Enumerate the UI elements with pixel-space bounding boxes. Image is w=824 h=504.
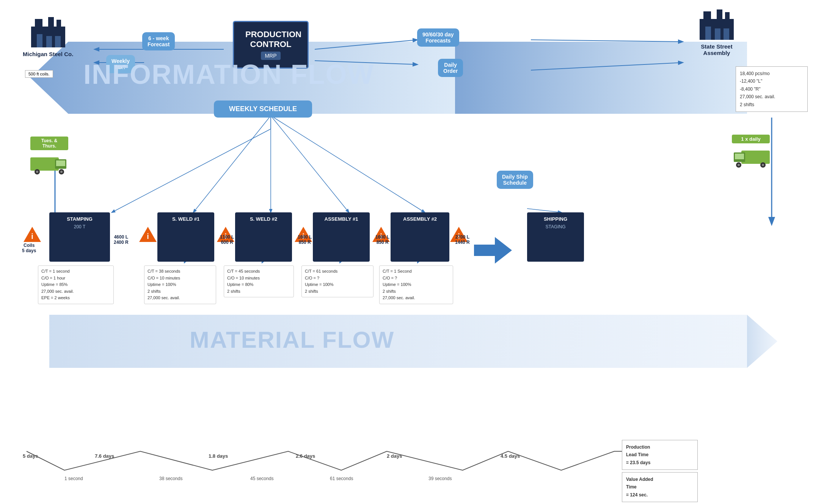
forecast-90-box: 90/60/30 dayForecasts: [417, 28, 459, 47]
stamping-avail: 27,000 sec. avail.: [41, 288, 110, 295]
timeline-day-5: 2 days: [387, 453, 402, 459]
data-line5: 2 shifts: [740, 101, 804, 108]
svg-rect-34: [717, 9, 722, 21]
stamping-co: C/O = 1 hour: [41, 275, 110, 282]
inv-assembly2-right: 2700 L1440 R: [455, 234, 470, 245]
sweld1-info-card: C/T = 38 seconds C/O = 10 minutes Uptime…: [144, 265, 216, 304]
factory-right-data: 18,400 pcs/mo -12,400 "L" -8,400 "R" 27,…: [736, 66, 808, 112]
assembly2-avail: 27,000 sec. avail.: [383, 295, 450, 301]
svg-rect-30: [46, 36, 52, 47]
assembly1-box: ASSEMBLY #1: [313, 212, 370, 262]
shipping-title: SHIPPING: [530, 216, 581, 222]
svg-rect-41: [56, 160, 65, 166]
production-control-title: PRODUCTION CONTROL: [245, 30, 296, 49]
stamping-box: STAMPING 200 T: [49, 212, 110, 262]
sweld2-title: S. WELD #2: [238, 216, 289, 222]
stamping-title: STAMPING: [52, 216, 107, 222]
svg-rect-26: [35, 19, 42, 28]
svg-text:i: i: [31, 232, 33, 240]
assembly2-info-card: C/T = 1 Second C/O = ? Uptime = 100% 2 s…: [379, 265, 453, 304]
lead-time-label: ProductionLead Time= 23.5 days: [626, 443, 694, 466]
svg-rect-31: [55, 36, 61, 47]
svg-rect-38: [724, 28, 729, 40]
sweld2-uptime: Uptime = 80%: [227, 281, 290, 288]
value-added-box: Value AddedTime= 124 sec.: [622, 472, 698, 502]
sweld1-avail: 27,000 sec. avail.: [148, 295, 213, 301]
assembly1-info-card: C/T = 61 seconds C/O = ? Uptime = 100% 2…: [301, 265, 374, 297]
warn-before-sweld1: i: [138, 226, 157, 244]
inv-stamping-right: 4600 L2400 R: [114, 234, 129, 245]
svg-marker-2: [49, 315, 747, 368]
coils-box: 500 ft coils.: [25, 70, 53, 78]
sweld1-uptime: Uptime = 100%: [148, 281, 213, 288]
factory-right: State StreetAssembly: [698, 8, 736, 56]
assembly1-co: C/O = ?: [305, 275, 370, 282]
sweld1-shifts: 2 shifts: [148, 288, 213, 295]
svg-rect-28: [57, 20, 61, 28]
svg-rect-27: [48, 17, 54, 28]
sweld2-co: C/O = 10 minutes: [227, 275, 290, 282]
assembly2-uptime: Uptime = 100%: [383, 281, 450, 288]
timeline-sec-1: 1 second: [64, 476, 83, 481]
timeline-day-4: 2.6 days: [296, 453, 315, 459]
sweld1-title: S. WELD #1: [160, 216, 211, 222]
svg-point-45: [60, 171, 63, 173]
factory-left-name: Michigan Steel Co.: [23, 51, 73, 57]
svg-rect-36: [705, 27, 711, 40]
data-line2: -12,400 "L": [740, 77, 804, 85]
sweld1-co: C/O = 10 minutes: [148, 275, 213, 282]
lead-time-box: ProductionLead Time= 23.5 days: [622, 440, 698, 470]
svg-line-7: [112, 129, 271, 212]
stamping-ct: C/T = 1 second: [41, 268, 110, 275]
truck-right: 1 x daily: [732, 135, 770, 169]
assembly2-shifts: 2 shifts: [383, 288, 450, 295]
svg-marker-3: [747, 315, 777, 368]
stamping-epe: EPE = 2 weeks: [41, 295, 110, 301]
svg-point-43: [36, 171, 38, 173]
weekly-schedule-label: WEEKLY SCHEDULE: [229, 105, 297, 113]
sweld1-box: S. WELD #1: [157, 212, 214, 262]
shipping-subtitle: STAGING: [530, 224, 581, 229]
truck-left-icon: [30, 152, 68, 174]
data-line1: 18,400 pcs/mo: [740, 70, 804, 77]
timeline-day-2: 7.6 days: [95, 453, 114, 459]
assembly1-title: ASSEMBLY #1: [316, 216, 367, 222]
svg-line-18: [531, 40, 683, 42]
svg-line-10: [271, 116, 349, 212]
shipping-box: SHIPPING STAGING: [527, 212, 584, 262]
stamping-uptime: Uptime = 85%: [41, 281, 110, 288]
stamping-subtitle: 200 T: [52, 224, 107, 229]
svg-line-19: [531, 63, 683, 70]
daily-order-box: DailyOrder: [438, 59, 463, 77]
factory-left-icon: [29, 15, 67, 49]
svg-line-12: [527, 209, 561, 212]
svg-marker-24: [474, 237, 512, 264]
timeline-sec-5: 39 seconds: [428, 476, 452, 481]
inv-sweld1-right: 1100 L600 R: [220, 234, 234, 245]
forecast-6week-label: 6 - weekForecast: [148, 35, 170, 47]
material-flow-label: MATERIAL FLOW: [190, 326, 394, 353]
inv-sweld2-right: 1600 L850 R: [298, 234, 312, 245]
svg-point-50: [738, 164, 740, 166]
sweld2-box: S. WELD #2: [235, 212, 292, 262]
truck-left-label: Tues. &Thurs.: [30, 137, 68, 150]
timeline-sec-2: 38 seconds: [159, 476, 182, 481]
daily-order-label: DailyOrder: [443, 62, 458, 74]
daily-ship-schedule-label: Daily ShipSchedule: [502, 174, 528, 186]
assembly2-co: C/O = ?: [383, 275, 450, 282]
assembly2-title: ASSEMBLY #2: [394, 216, 446, 222]
assembly1-ct: C/T = 61 seconds: [305, 268, 370, 275]
forecast-90-label: 90/60/30 dayForecasts: [422, 31, 454, 44]
svg-line-16: [315, 40, 417, 49]
truck-left: Tues. &Thurs.: [30, 137, 68, 176]
sweld1-ct: C/T = 38 seconds: [148, 268, 213, 275]
assembly1-shifts: 2 shifts: [305, 288, 370, 295]
svg-rect-37: [715, 28, 720, 40]
assembly1-uptime: Uptime = 100%: [305, 281, 370, 288]
truck-right-icon: [732, 145, 770, 168]
timeline-day-1: 5 days: [23, 453, 38, 459]
sweld2-info-card: C/T = 45 seconds C/O = 10 minutes Uptime…: [224, 265, 294, 297]
svg-rect-46: [741, 151, 770, 164]
timeline-day-6: 4.5 days: [501, 453, 520, 459]
forecast-6week-box: 6 - weekForecast: [142, 32, 175, 50]
